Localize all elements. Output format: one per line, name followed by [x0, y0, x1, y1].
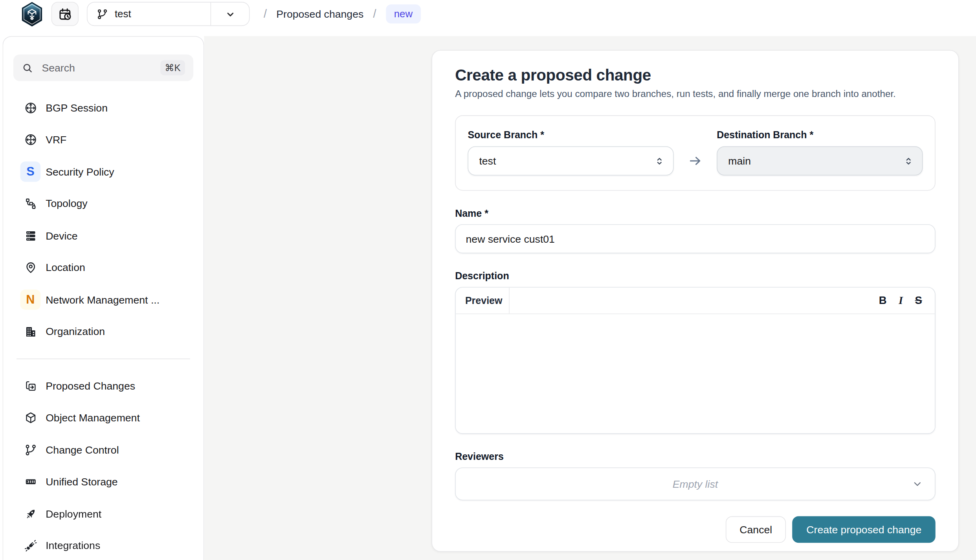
cancel-button[interactable]: Cancel [726, 516, 786, 543]
strikethrough-button[interactable]: S [915, 295, 922, 306]
source-branch-select[interactable]: test [468, 146, 673, 176]
form-actions: Cancel Create proposed change [455, 516, 936, 543]
reviewers-select[interactable]: Empty list [455, 467, 936, 500]
sidebar-item-topology[interactable]: Topology [13, 188, 193, 220]
sidebar-item-label: Proposed Changes [46, 380, 135, 392]
branch-selector-toggle[interactable] [211, 2, 249, 25]
breadcrumb-separator: / [264, 7, 267, 21]
letter-s-badge-icon: S [20, 162, 41, 182]
page-title: Create a proposed change [455, 66, 936, 84]
name-input[interactable] [455, 224, 936, 253]
sidebar-item-organization[interactable]: Organization [13, 316, 193, 348]
source-branch-value: test [479, 155, 496, 167]
building-icon [24, 325, 37, 339]
plug-icon [24, 539, 37, 553]
git-branch-icon [96, 8, 108, 20]
main-content: Create a proposed change A proposed chan… [204, 36, 976, 560]
destination-branch-value: main [728, 155, 751, 167]
sidebar-item-deployment[interactable]: Deployment [13, 498, 193, 530]
create-proposed-change-button[interactable]: Create proposed change [793, 516, 936, 543]
sidebar-item-label: VRF [46, 134, 66, 146]
chevrons-up-down-icon [903, 155, 915, 167]
storage-icon [24, 475, 37, 489]
sidebar-item-location[interactable]: Location [13, 252, 193, 284]
description-editor: Preview B I S [455, 287, 936, 434]
sidebar-item-label: Deployment [46, 508, 101, 520]
search-icon [22, 62, 34, 74]
bold-button[interactable]: B [879, 295, 887, 306]
search-input[interactable]: Search ⌘K [13, 55, 193, 81]
sidebar-item-label: Device [46, 230, 77, 242]
breadcrumb-item-proposed-changes[interactable]: Proposed changes [276, 8, 363, 20]
description-textarea[interactable] [456, 314, 935, 433]
letter-n-badge-icon: N [20, 290, 41, 310]
destination-branch-select[interactable]: main [717, 146, 923, 176]
app: test / Proposed changes / new Search ⌘K [0, 0, 976, 560]
sidebar-item-label: Network Management ... [46, 294, 160, 306]
sidebar-item-proposed-changes[interactable]: Proposed Changes [13, 370, 193, 402]
sidebar-item-label: Integrations [46, 540, 100, 552]
search-placeholder: Search [42, 62, 75, 74]
calendar-clock-icon [58, 7, 72, 21]
chevrons-up-down-icon [653, 155, 666, 167]
sidebar-item-label: Security Policy [46, 166, 114, 178]
sidebar-item-label: Unified Storage [46, 476, 117, 488]
italic-button[interactable]: I [899, 295, 903, 306]
sidebar-divider [17, 359, 190, 359]
sidebar-item-device[interactable]: Device [13, 220, 193, 252]
chevron-down-icon [224, 8, 236, 20]
reviewers-label: Reviewers [455, 451, 936, 462]
page-subtitle: A proposed change lets you compare two b… [455, 88, 936, 99]
tab-preview[interactable]: Preview [456, 287, 510, 313]
sidebar-item-unified-storage[interactable]: Unified Storage [13, 466, 193, 498]
sidebar-item-label: Topology [46, 198, 88, 210]
router-icon [24, 101, 37, 115]
sidebar-item-vrf[interactable]: VRF [13, 124, 193, 156]
chevron-down-icon [911, 478, 923, 490]
arrow-right-icon [688, 153, 703, 168]
server-icon [24, 229, 37, 242]
infrahub-logo-icon [21, 2, 43, 26]
reviewers-empty-text: Empty list [673, 478, 718, 490]
cube-icon [24, 411, 37, 425]
router-icon [24, 133, 37, 146]
editor-toolbar: Preview B I S [456, 287, 935, 314]
sidebar-item-change-control[interactable]: Change Control [13, 434, 193, 466]
description-label: Description [455, 271, 936, 282]
breadcrumb: / Proposed changes / new [264, 4, 421, 23]
sidebar-item-bgp-session[interactable]: BGP Session [13, 92, 193, 124]
sidebar-item-integrations[interactable]: Integrations [13, 530, 193, 560]
topbar: test / Proposed changes / new [0, 0, 976, 36]
timeframe-button[interactable] [51, 2, 79, 26]
breadcrumb-badge-new: new [386, 4, 421, 23]
rocket-icon [24, 507, 37, 521]
search-shortcut: ⌘K [160, 60, 185, 75]
sidebar-group-objects: BGP Session VRF [13, 92, 193, 348]
git-branch-icon [24, 443, 37, 457]
topology-icon [24, 197, 37, 210]
sidebar-item-object-management[interactable]: Object Management [13, 402, 193, 434]
sidebar: Search ⌘K BGP Session [2, 36, 204, 560]
branch-compare-box: Source Branch * test [455, 115, 936, 191]
sidebar-item-label: Change Control [46, 444, 119, 456]
sidebar-item-label: Organization [46, 326, 105, 338]
sidebar-item-network-management[interactable]: N Network Management ... [13, 284, 193, 316]
branch-selector[interactable]: test [87, 2, 250, 26]
sidebar-item-label: Location [46, 262, 85, 274]
create-proposed-change-card: Create a proposed change A proposed chan… [431, 50, 959, 551]
sidebar-item-label: BGP Session [46, 102, 108, 114]
map-pin-icon [24, 261, 37, 275]
breadcrumb-separator: / [373, 7, 376, 21]
app-logo[interactable] [21, 2, 43, 26]
branch-selector-value: test [115, 8, 131, 20]
name-label: Name * [455, 208, 936, 219]
sidebar-group-platform: Proposed Changes Object Management [13, 370, 193, 560]
sidebar-item-security-policy[interactable]: S Security Policy [13, 156, 193, 188]
sidebar-item-label: Object Management [46, 412, 140, 424]
file-arrow-icon [24, 379, 37, 393]
source-branch-label: Source Branch * [468, 129, 673, 141]
destination-branch-label: Destination Branch * [717, 129, 923, 141]
